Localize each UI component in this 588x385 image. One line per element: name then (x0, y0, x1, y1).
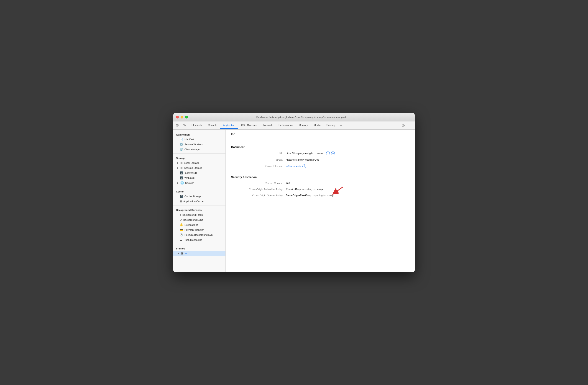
owner-element-value: <#document> i (286, 165, 306, 168)
tab-performance[interactable]: Performance (276, 122, 295, 129)
manifest-icon: 📄 (180, 138, 183, 141)
tab-elements[interactable]: Elements (189, 122, 205, 129)
sidebar-item-payment-handler[interactable]: 💳 Payment Handler (173, 227, 226, 232)
sidebar-frames-section: Frames (173, 245, 226, 251)
sidebar-storage-section: Storage (173, 155, 226, 160)
sidebar-item-push-messaging[interactable]: ☁ Push Messaging (173, 237, 226, 242)
url-field-row: URL https://first-party-test.glitch.me/c… (231, 151, 409, 155)
owner-element-link[interactable]: <#document> (286, 165, 301, 168)
coop-reporting-text: reporting to: (313, 194, 326, 197)
coep-field-row: Cross-Origin Embedder Policy RequireCorp… (231, 188, 409, 191)
coep-reporting-value: coep (317, 188, 323, 191)
tab-css-overview[interactable]: CSS Overview (238, 122, 260, 129)
payment-handler-icon: 💳 (180, 228, 183, 232)
clear-storage-icon: 🗑️ (180, 148, 183, 151)
inspect-element-button[interactable] (175, 123, 181, 128)
url-label: URL (240, 151, 286, 154)
minimize-button[interactable] (181, 116, 183, 118)
url-value: https://first-party-test.glitch.me/co...… (286, 151, 335, 155)
svg-rect-0 (176, 124, 178, 125)
url-info-icon[interactable]: i (326, 151, 330, 155)
more-tabs-button[interactable]: » (339, 123, 343, 128)
more-options-button[interactable]: ⋮ (407, 123, 413, 128)
sidebar-cache-section: Cache (173, 188, 226, 194)
toolbar-right: ⋮ (400, 123, 413, 128)
web-sql-icon: 🗄️ (180, 176, 183, 179)
sidebar: Application 📄 Manifest ⚙️ Service Worker… (173, 130, 226, 272)
tab-security[interactable]: Security (324, 122, 338, 129)
cache-storage-icon: 🗄️ (180, 195, 183, 198)
sidebar-divider-2 (173, 187, 226, 187)
tab-media[interactable]: Media (311, 122, 323, 129)
tab-console[interactable]: Console (205, 122, 220, 129)
periodic-background-sync-icon: 🕐 (180, 233, 183, 236)
coop-label: Cross-Origin Opener Policy (240, 194, 286, 197)
sidebar-divider-3 (173, 205, 226, 206)
panel-title: top (226, 130, 415, 138)
document-section: Document URL https://first-party-test.gl… (231, 146, 409, 168)
security-section-header: Security & Isolation (231, 176, 409, 179)
coep-value: RequireCorp reporting to: coep (286, 188, 323, 191)
sidebar-item-periodic-background-sync[interactable]: 🕐 Periodic Background Syn (173, 232, 226, 237)
security-section: Security & Isolation Secure Context Yes … (231, 176, 409, 197)
coep-policy-value: RequireCorp (286, 188, 301, 191)
settings-button[interactable] (400, 123, 406, 128)
sidebar-item-application-cache[interactable]: ⊞ Application Cache (173, 199, 226, 204)
devtools-window: DevTools - first-party-test.glitch.me/co… (173, 113, 415, 272)
coop-policy-value: SameOriginPlusCoep (286, 194, 311, 197)
session-storage-icon: ⊞ (180, 166, 183, 170)
sidebar-application-section: Application (173, 131, 226, 137)
sidebar-item-local-storage[interactable]: ▶ ⊞ Local Storage (173, 160, 226, 165)
titlebar: DevTools - first-party-test.glitch.me/co… (173, 113, 415, 121)
frames-expand-arrow-icon: ▼ (177, 252, 179, 255)
svg-rect-6 (185, 125, 186, 126)
origin-field-row: Origin https://first-party-test.glitch.m… (231, 158, 409, 161)
svg-point-7 (403, 125, 404, 126)
owner-element-info-icon[interactable]: i (302, 165, 306, 168)
tab-network[interactable]: Network (261, 122, 275, 129)
device-toggle-button[interactable] (182, 123, 187, 128)
url-reload-icon[interactable]: ↻ (331, 151, 335, 155)
sidebar-item-cache-storage[interactable]: 🗄️ Cache Storage (173, 194, 226, 199)
expand-arrow-icon: ▶ (177, 162, 179, 164)
panel-content: Document URL https://first-party-test.gl… (226, 138, 415, 204)
coep-reporting-text: reporting to: (302, 188, 316, 191)
sidebar-item-notifications[interactable]: 🔔 Notifications (173, 222, 226, 227)
sidebar-background-services-section: Background Services (173, 207, 226, 212)
document-section-header: Document (231, 146, 409, 149)
tab-application[interactable]: Application (220, 122, 238, 129)
window-title: DevTools - first-party-test.glitch.me/co… (191, 116, 412, 118)
sidebar-item-background-fetch[interactable]: ↕ Background Fetch (173, 212, 226, 217)
background-fetch-icon: ↕ (180, 213, 181, 216)
sidebar-item-background-sync[interactable]: ↺ Background Sync (173, 217, 226, 222)
application-cache-icon: ⊞ (180, 200, 182, 203)
sidebar-item-clear-storage[interactable]: 🗑️ Clear storage (173, 147, 226, 152)
traffic-lights (176, 116, 188, 118)
sidebar-item-web-sql[interactable]: 🗄️ Web SQL (173, 175, 226, 180)
toolbar: Elements Console Application CSS Overvie… (173, 121, 415, 130)
close-button[interactable] (176, 116, 179, 118)
sidebar-item-manifest[interactable]: 📄 Manifest (173, 137, 226, 142)
secure-context-label: Secure Context (240, 182, 286, 185)
secure-context-field-row: Secure Context Yes (231, 182, 409, 185)
secure-context-value: Yes (286, 182, 290, 184)
devtools-container: Elements Console Application CSS Overvie… (173, 121, 415, 272)
toolbar-icons (175, 123, 187, 128)
sidebar-divider-4 (173, 244, 226, 244)
owner-element-field-row: Owner Element <#document> i (231, 165, 409, 168)
sidebar-item-session-storage[interactable]: ▶ ⊞ Session Storage (173, 165, 226, 171)
svg-rect-5 (183, 125, 185, 126)
tabs-container: Elements Console Application CSS Overvie… (189, 122, 400, 129)
main-panel: top Document URL https://first-party-tes… (226, 130, 415, 272)
local-storage-icon: ⊞ (180, 161, 183, 165)
sidebar-item-top-frame[interactable]: ▼ ▣ top (173, 251, 226, 256)
sidebar-item-cookies[interactable]: ▶ 🌐 Cookies (173, 180, 226, 185)
sidebar-item-service-workers[interactable]: ⚙️ Service Workers (173, 142, 226, 147)
tab-memory[interactable]: Memory (296, 122, 311, 129)
expand-arrow-icon-3: ▶ (177, 182, 179, 184)
origin-value: https://first-party-test.glitch.me (286, 158, 319, 161)
maximize-button[interactable] (185, 116, 188, 118)
section-divider-1 (231, 172, 409, 172)
sidebar-item-indexeddb[interactable]: 🗄️ IndexedDB (173, 171, 226, 175)
owner-element-label: Owner Element (240, 165, 286, 168)
